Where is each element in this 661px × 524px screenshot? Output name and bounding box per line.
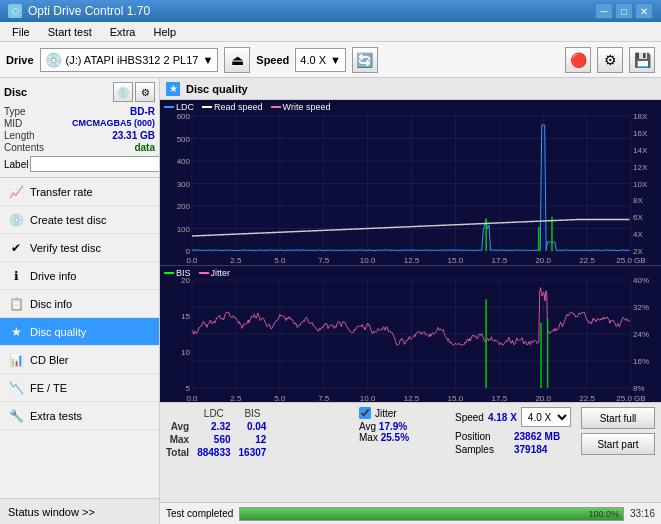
lower-chart-legend: BIS Jitter <box>164 268 230 278</box>
progress-bar: 100.0% <box>239 507 624 521</box>
jitter-max-row: Max 25.5% <box>359 432 449 443</box>
sidebar-item-label: Verify test disc <box>30 242 101 254</box>
disc-length-label: Length <box>4 130 35 141</box>
status-window-button[interactable]: Status window >> <box>0 498 159 524</box>
legend-bis: BIS <box>164 268 191 278</box>
sidebar-item-label: Extra tests <box>30 410 82 422</box>
settings-button[interactable]: ⚙ <box>597 47 623 73</box>
disc-type-field: Type BD-R <box>4 106 155 117</box>
jitter-max-label: Max <box>359 432 381 443</box>
close-button[interactable]: ✕ <box>635 3 653 19</box>
disc-mid-value: CMCMAGBA5 (000) <box>72 118 155 129</box>
sidebar-item-label: CD Bler <box>30 354 69 366</box>
stats-header-bis: BIS <box>239 407 275 420</box>
sidebar-item-verify-test-disc[interactable]: ✔ Verify test disc <box>0 234 159 262</box>
chart-header: ★ Disc quality <box>160 78 661 100</box>
window-controls[interactable]: ─ □ ✕ <box>595 3 653 19</box>
create-disc-icon: 💿 <box>8 212 24 228</box>
speed-selector[interactable]: 4.0 X ▼ <box>295 48 346 72</box>
start-part-button[interactable]: Start part <box>581 433 655 455</box>
menu-start-test[interactable]: Start test <box>40 24 100 40</box>
disc-contents-label: Contents <box>4 142 44 153</box>
legend-jitter: Jitter <box>199 268 231 278</box>
sidebar-item-cd-bler[interactable]: 📊 CD Bler <box>0 346 159 374</box>
drive-label: Drive <box>6 54 34 66</box>
burn-button[interactable]: 🔴 <box>565 47 591 73</box>
sidebar-item-fe-te[interactable]: 📉 FE / TE <box>0 374 159 402</box>
start-full-button[interactable]: Start full <box>581 407 655 429</box>
menu-file[interactable]: File <box>4 24 38 40</box>
speed-label-text: Speed <box>455 412 484 423</box>
disc-contents-value: data <box>134 142 155 153</box>
disc-label-row: Label ✎ <box>4 155 155 173</box>
sidebar-item-transfer-rate[interactable]: 📈 Transfer rate <box>0 178 159 206</box>
sidebar-item-create-test-disc[interactable]: 💿 Create test disc <box>0 206 159 234</box>
sidebar-item-label: Disc info <box>30 298 72 310</box>
disc-type-label: Type <box>4 106 26 117</box>
chart-title: Disc quality <box>186 83 248 95</box>
stats-total-ldc: 884833 <box>197 446 238 459</box>
stats-table: LDC BIS Avg 2.32 0.04 Max <box>166 407 353 459</box>
disc-length-value: 23.31 GB <box>112 130 155 141</box>
speed-value: 4.0 X <box>300 54 326 66</box>
legend-read-speed: Read speed <box>202 102 263 112</box>
jitter-section: Jitter Avg 17.9% Max 25.5% <box>359 407 449 443</box>
jitter-avg-row: Avg 17.9% <box>359 421 449 432</box>
refresh-button[interactable]: 🔄 <box>352 47 378 73</box>
sidebar-item-extra-tests[interactable]: 🔧 Extra tests <box>0 402 159 430</box>
toolbar: Drive 💿 (J:) ATAPI iHBS312 2 PL17 ▼ ⏏ Sp… <box>0 42 661 78</box>
sidebar-item-label: Disc quality <box>30 326 86 338</box>
legend-write-speed-label: Write speed <box>283 102 331 112</box>
samples-row: Samples 379184 <box>455 444 575 455</box>
position-value: 23862 MB <box>514 431 560 442</box>
menu-help[interactable]: Help <box>145 24 184 40</box>
disc-type-value: BD-R <box>130 106 155 117</box>
legend-read-speed-label: Read speed <box>214 102 263 112</box>
stats-max-label: Max <box>166 433 197 446</box>
disc-mid-label: MID <box>4 118 22 129</box>
speed-select[interactable]: 4.0 X 2.0 X 1.0 X <box>521 407 571 427</box>
fe-te-icon: 📉 <box>8 380 24 396</box>
menu-bar: File Start test Extra Help <box>0 22 661 42</box>
stats-header-ldc: LDC <box>197 407 238 420</box>
stats-total-bis: 16307 <box>239 446 275 459</box>
minimize-button[interactable]: ─ <box>595 3 613 19</box>
sidebar-item-label: Create test disc <box>30 214 106 226</box>
stats-max-ldc: 560 <box>197 433 238 446</box>
position-label: Position <box>455 431 510 442</box>
disc-label-input[interactable] <box>30 156 160 172</box>
upper-chart-canvas <box>160 100 661 265</box>
drive-info-icon: ℹ <box>8 268 24 284</box>
right-panel: ★ Disc quality LDC Read speed <box>160 78 661 524</box>
elapsed-time: 33:16 <box>630 508 655 519</box>
disc-info-section: Disc 💿 ⚙ Type BD-R MID CMCMAGBA5 (000) L… <box>0 78 159 178</box>
drive-value: (J:) ATAPI iHBS312 2 PL17 <box>66 54 199 66</box>
disc-info-btn2[interactable]: ⚙ <box>135 82 155 102</box>
stats-row-total: Total 884833 16307 <box>166 446 274 459</box>
stats-avg-label: Avg <box>166 420 197 433</box>
legend-bis-label: BIS <box>176 268 191 278</box>
drive-selector[interactable]: 💿 (J:) ATAPI iHBS312 2 PL17 ▼ <box>40 48 219 72</box>
sidebar-item-disc-quality[interactable]: ★ Disc quality <box>0 318 159 346</box>
stats-avg-bis: 0.04 <box>239 420 275 433</box>
transfer-rate-icon: 📈 <box>8 184 24 200</box>
sidebar-item-drive-info[interactable]: ℹ Drive info <box>0 262 159 290</box>
action-buttons: Start full Start part <box>581 407 655 455</box>
menu-extra[interactable]: Extra <box>102 24 144 40</box>
stats-area: LDC BIS Avg 2.32 0.04 Max <box>160 402 661 502</box>
legend-ldc: LDC <box>164 102 194 112</box>
sidebar-item-disc-info[interactable]: 📋 Disc info <box>0 290 159 318</box>
maximize-button[interactable]: □ <box>615 3 633 19</box>
status-window-label: Status window >> <box>8 506 95 518</box>
eject-button[interactable]: ⏏ <box>224 47 250 73</box>
disc-info-btn1[interactable]: 💿 <box>113 82 133 102</box>
save-button[interactable]: 💾 <box>629 47 655 73</box>
position-section: Position 23862 MB Samples 379184 <box>455 431 575 455</box>
title-bar-left: ⬡ Opti Drive Control 1.70 <box>8 4 150 18</box>
lower-chart: BIS Jitter <box>160 266 661 402</box>
jitter-checkbox[interactable] <box>359 407 371 419</box>
progress-area: Test completed 100.0% 33:16 <box>160 502 661 524</box>
jitter-avg-label: Avg <box>359 421 379 432</box>
cd-bler-icon: 📊 <box>8 352 24 368</box>
left-panel: Disc 💿 ⚙ Type BD-R MID CMCMAGBA5 (000) L… <box>0 78 160 524</box>
